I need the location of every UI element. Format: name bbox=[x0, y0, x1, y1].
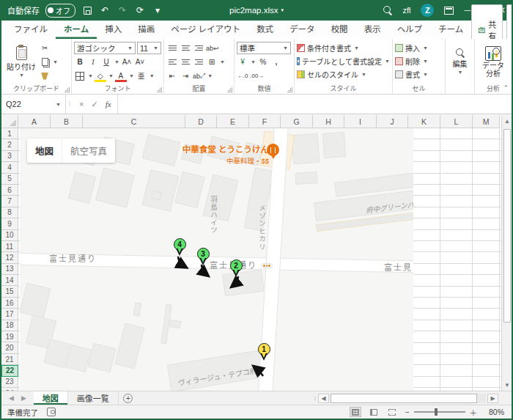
row-header-8[interactable]: 8 bbox=[1, 207, 18, 218]
column-header-M[interactable]: M bbox=[473, 115, 500, 128]
column-header-E[interactable]: E bbox=[217, 115, 249, 128]
cut-icon[interactable]: ✂ bbox=[39, 43, 51, 54]
insert-cells-button[interactable]: 挿入▼ bbox=[395, 41, 443, 54]
row-header-18[interactable]: 18 bbox=[1, 320, 18, 331]
underline-button[interactable]: U bbox=[100, 56, 112, 68]
align-right-button[interactable] bbox=[193, 56, 204, 68]
column-header-F[interactable]: F bbox=[249, 115, 281, 128]
map-marker-1[interactable]: 1 bbox=[258, 343, 270, 355]
map-marker-4[interactable]: 4 bbox=[174, 238, 186, 251]
search-icon[interactable] bbox=[383, 6, 392, 15]
formula-input[interactable] bbox=[118, 95, 512, 114]
cancel-button[interactable]: × bbox=[79, 100, 84, 108]
ribbon-display-options-icon[interactable] bbox=[444, 7, 454, 15]
format-painter-icon[interactable] bbox=[39, 70, 51, 82]
column-header-B[interactable]: B bbox=[51, 115, 83, 128]
align-bottom-button[interactable] bbox=[193, 43, 204, 54]
tab-help[interactable]: ヘルプ bbox=[389, 19, 431, 39]
row-header-20[interactable]: 20 bbox=[1, 342, 18, 353]
row-header-3[interactable]: 3 bbox=[1, 151, 18, 162]
restaurant-pin-icon[interactable] bbox=[267, 144, 279, 156]
decrease-decimal-button[interactable]: .00→ bbox=[250, 70, 264, 82]
row-header-2[interactable]: 2 bbox=[1, 139, 18, 150]
cell-styles-button[interactable]: セルのスタイル▼ bbox=[297, 67, 390, 81]
decrease-indent-button[interactable]: ⇤ bbox=[166, 70, 178, 82]
sheet-tab-map[interactable]: 地図 bbox=[34, 391, 68, 405]
tab-formulas[interactable]: 数式 bbox=[248, 19, 281, 39]
column-header-A[interactable]: A bbox=[18, 115, 51, 128]
column-header-I[interactable]: I bbox=[344, 115, 377, 128]
zoom-handle[interactable] bbox=[435, 408, 438, 416]
row-header-9[interactable]: 9 bbox=[1, 218, 18, 229]
map-view-button[interactable]: 地図 bbox=[27, 139, 62, 163]
zoom-track[interactable] bbox=[414, 411, 465, 413]
tab-review[interactable]: 校閲 bbox=[323, 19, 356, 39]
sheet-tab-images[interactable]: 画像一覧 bbox=[68, 391, 119, 405]
align-top-button[interactable] bbox=[166, 43, 178, 54]
normal-view-button[interactable] bbox=[350, 407, 361, 417]
row-header-1[interactable]: 1 bbox=[1, 128, 18, 139]
page-layout-view-button[interactable] bbox=[368, 407, 380, 417]
sheet-nav-left-icon[interactable]: ◀ bbox=[9, 394, 14, 402]
zoom-percent[interactable]: 80% bbox=[484, 408, 504, 416]
row-header-17[interactable]: 17 bbox=[1, 309, 18, 320]
bold-button[interactable]: B bbox=[74, 56, 86, 68]
poi-label[interactable]: 中華食堂 とうこうけん 中華料理・$$ bbox=[182, 143, 269, 166]
alignment-dialog-launcher[interactable] bbox=[227, 87, 232, 92]
comma-format-button[interactable]: , bbox=[270, 56, 282, 68]
row-header-21[interactable]: 21 bbox=[1, 354, 18, 365]
conditional-formatting-button[interactable]: 条件付き書式▼ bbox=[297, 41, 390, 54]
column-header-D[interactable]: D bbox=[185, 115, 217, 128]
zoom-out-button[interactable]: − bbox=[405, 408, 409, 416]
tab-team[interactable]: チーム bbox=[430, 19, 471, 39]
vertical-scrollbar[interactable]: ▲ ▼ bbox=[501, 115, 512, 391]
row-header-7[interactable]: 7 bbox=[1, 196, 18, 207]
add-sheet-button[interactable]: + bbox=[119, 391, 138, 405]
borders-button[interactable] bbox=[74, 70, 86, 82]
grow-font-button[interactable]: A˄ bbox=[121, 56, 133, 68]
clipboard-dialog-launcher[interactable] bbox=[64, 87, 70, 92]
merge-center-button[interactable]: ⊞ bbox=[206, 56, 218, 68]
tab-draw[interactable]: 描画 bbox=[130, 19, 163, 39]
accessibility-checker-icon[interactable] bbox=[47, 408, 56, 416]
column-header-K[interactable]: K bbox=[408, 115, 440, 128]
wrap-text-button[interactable]: ab↩ bbox=[206, 43, 219, 54]
row-header-6[interactable]: 6 bbox=[1, 185, 18, 196]
row-header-10[interactable]: 10 bbox=[1, 230, 18, 241]
autosave-toggle[interactable]: オフ bbox=[45, 4, 75, 18]
satellite-view-button[interactable]: 航空写真 bbox=[62, 139, 115, 163]
select-all-corner[interactable] bbox=[1, 115, 18, 128]
fill-color-button[interactable]: ◇ bbox=[95, 70, 106, 82]
column-header-C[interactable]: C bbox=[83, 115, 185, 128]
tab-scroll-splitter[interactable]: ⁞ bbox=[314, 395, 317, 402]
column-header-J[interactable]: J bbox=[377, 115, 408, 128]
row-header-22[interactable]: 22 bbox=[1, 365, 18, 376]
font-color-button[interactable]: A bbox=[115, 70, 127, 82]
row-header-16[interactable]: 16 bbox=[1, 298, 18, 309]
avatar[interactable]: Z bbox=[421, 4, 434, 17]
insert-function-button[interactable]: fx bbox=[106, 100, 111, 108]
sheet-nav-right-icon[interactable]: ▶ bbox=[21, 394, 26, 402]
title-caret-icon[interactable]: ▾ bbox=[281, 7, 284, 13]
row-header-14[interactable]: 14 bbox=[1, 275, 18, 286]
row-header-23[interactable]: 23 bbox=[1, 377, 18, 388]
font-dialog-launcher[interactable] bbox=[157, 87, 162, 92]
row-header-5[interactable]: 5 bbox=[1, 174, 18, 185]
currency-format-button[interactable]: ¥ bbox=[237, 56, 248, 68]
redo-icon[interactable]: ↷ bbox=[117, 4, 128, 16]
row-header-19[interactable]: 19 bbox=[1, 331, 18, 342]
qat-customize-icon[interactable]: ▾ bbox=[152, 4, 163, 16]
align-center-button[interactable] bbox=[180, 56, 191, 68]
copy-icon[interactable] bbox=[39, 56, 51, 68]
number-dialog-launcher[interactable] bbox=[287, 87, 292, 92]
increase-indent-button[interactable]: ⇥ bbox=[180, 70, 191, 82]
scroll-down-icon[interactable]: ▼ bbox=[502, 379, 512, 391]
tab-file[interactable]: ファイル bbox=[6, 19, 56, 39]
vertical-scroll-thumb[interactable] bbox=[503, 129, 511, 323]
scroll-up-icon[interactable]: ▲ bbox=[502, 115, 512, 127]
paste-button[interactable]: 貼り付け ▼ bbox=[4, 41, 39, 82]
formula-bar-splitter[interactable]: ⁞ bbox=[66, 95, 73, 114]
column-header-G[interactable]: G bbox=[281, 115, 313, 128]
data-analysis-button[interactable]: データ分析 bbox=[477, 41, 509, 82]
phonetic-guide-button[interactable]: 亜 bbox=[136, 70, 147, 82]
